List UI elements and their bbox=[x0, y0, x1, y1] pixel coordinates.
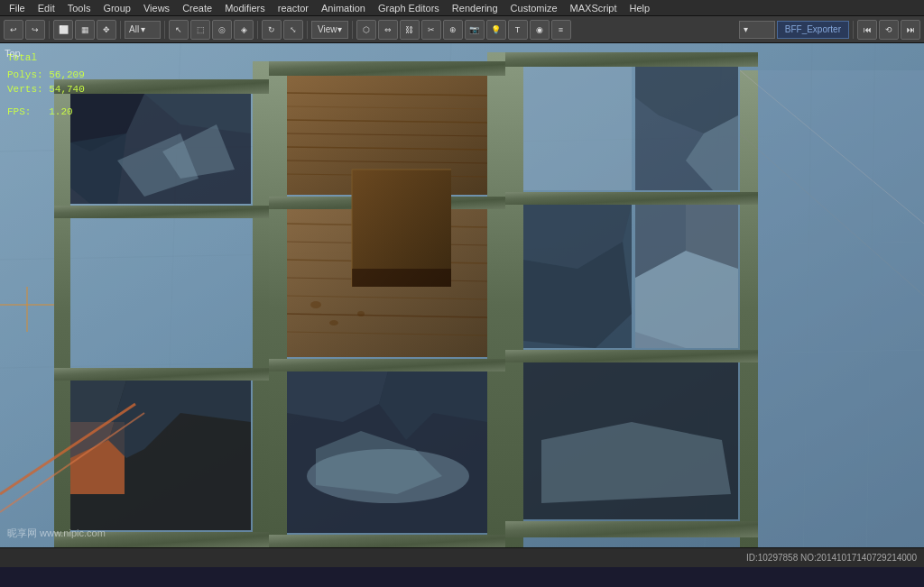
menu-bar: File Edit Tools Group Views Create Modif… bbox=[0, 0, 924, 16]
svg-rect-25 bbox=[487, 52, 505, 557]
menu-create[interactable]: Create bbox=[177, 2, 217, 14]
svg-rect-61 bbox=[505, 192, 758, 205]
status-bar-text: ID:10297858 NO:20141017140729214000 bbox=[746, 553, 917, 563]
svg-marker-17 bbox=[70, 133, 126, 204]
filter-dropdown[interactable]: All ▾ bbox=[125, 21, 161, 39]
circle-select-button[interactable]: ◎ bbox=[212, 20, 232, 40]
stats-fps: FPS: 1.20 bbox=[7, 105, 85, 120]
svg-rect-11 bbox=[54, 206, 269, 218]
toolbar-sep-7 bbox=[853, 21, 854, 39]
toolbar-sep-4 bbox=[257, 21, 258, 39]
menu-graph-editors[interactable]: Graph Editors bbox=[373, 2, 445, 14]
svg-rect-9 bbox=[253, 61, 269, 548]
svg-rect-12 bbox=[54, 368, 269, 381]
camera-button[interactable]: 📷 bbox=[465, 20, 485, 40]
view-dropdown[interactable]: View ▾ bbox=[311, 21, 348, 39]
svg-rect-28 bbox=[269, 359, 505, 371]
menu-modifiers[interactable]: Modifiers bbox=[219, 2, 271, 14]
fence-select-button[interactable]: ◈ bbox=[234, 20, 254, 40]
nav-prev-button[interactable]: ⏮ bbox=[857, 20, 877, 40]
toolbar-sep-6 bbox=[352, 21, 353, 39]
menu-group[interactable]: Group bbox=[97, 2, 136, 14]
svg-rect-58 bbox=[505, 52, 523, 557]
stats-verts: Verts: 54,740 bbox=[7, 82, 85, 97]
menu-edit[interactable]: Edit bbox=[32, 2, 60, 14]
viewport-area[interactable]: Top Total Polys: 56,209 Verts: 54,740 FP… bbox=[0, 43, 924, 567]
mirror-button[interactable]: ⇔ bbox=[378, 20, 398, 40]
nav-flip-button[interactable]: ⟲ bbox=[879, 20, 899, 40]
toolbar-sep-5 bbox=[307, 21, 308, 39]
select-region-button[interactable]: ▦ bbox=[75, 20, 95, 40]
menu-help[interactable]: Help bbox=[624, 2, 656, 14]
link-button[interactable]: ⛓ bbox=[400, 20, 420, 40]
nav-next-button[interactable]: ⏭ bbox=[901, 20, 920, 40]
move-button[interactable]: ✥ bbox=[97, 20, 116, 40]
svg-rect-10 bbox=[54, 79, 269, 94]
svg-rect-81 bbox=[758, 70, 924, 557]
right-dropdown[interactable]: ▾ bbox=[739, 21, 775, 39]
menu-maxscript[interactable]: MAXScript bbox=[565, 2, 623, 14]
svg-rect-8 bbox=[54, 79, 70, 548]
svg-rect-59 bbox=[740, 70, 758, 548]
select-button[interactable]: ⬜ bbox=[53, 20, 73, 40]
rotate-button[interactable]: ↻ bbox=[262, 20, 282, 40]
undo-button[interactable]: ↩ bbox=[4, 20, 23, 40]
bind-button[interactable]: ⊕ bbox=[443, 20, 463, 40]
snap-button[interactable]: ⬡ bbox=[356, 20, 376, 40]
menu-views[interactable]: Views bbox=[138, 2, 175, 14]
toolbar-sep-2 bbox=[120, 21, 121, 39]
toolbar: ↩ ↪ ⬜ ▦ ✥ All ▾ ↖ ⬚ ◎ ◈ ↻ ⤡ View ▾ ⬡ ⇔ ⛓… bbox=[0, 16, 924, 43]
toolbar-sep-3 bbox=[164, 21, 165, 39]
menu-reactor[interactable]: reactor bbox=[273, 2, 314, 14]
menu-rendering[interactable]: Rendering bbox=[447, 2, 504, 14]
svg-rect-64 bbox=[523, 67, 632, 190]
svg-rect-62 bbox=[505, 350, 758, 362]
scene-svg bbox=[0, 43, 924, 567]
menu-customize[interactable]: Customize bbox=[505, 2, 563, 14]
light-button[interactable]: 💡 bbox=[486, 20, 506, 40]
menu-animation[interactable]: Animation bbox=[316, 2, 371, 14]
stats-overlay: Total Polys: 56,209 Verts: 54,740 FPS: 1… bbox=[7, 50, 85, 119]
view-label: Top bbox=[5, 48, 21, 59]
watermark: 昵享网 www.nipic.com bbox=[7, 527, 106, 540]
menu-tools[interactable]: Tools bbox=[62, 2, 97, 14]
stats-polys: Polys: 56,209 bbox=[7, 68, 85, 83]
extra-btn-2[interactable]: ≡ bbox=[551, 20, 571, 40]
status-bar: ID:10297858 NO:20141017140729214000 bbox=[0, 547, 924, 567]
menu-file[interactable]: File bbox=[4, 2, 31, 14]
svg-rect-26 bbox=[269, 61, 505, 76]
extra-btn-1[interactable]: ◉ bbox=[530, 20, 550, 40]
svg-rect-63 bbox=[505, 521, 758, 537]
redo-button[interactable]: ↪ bbox=[25, 20, 45, 40]
watermark-site: 昵享网 www.nipic.com bbox=[7, 527, 106, 540]
exporter-label: BFF_Exporter bbox=[777, 21, 849, 39]
svg-rect-60 bbox=[505, 52, 758, 67]
text-button[interactable]: T bbox=[508, 20, 528, 40]
svg-rect-24 bbox=[269, 61, 287, 557]
select-arrow-button[interactable]: ↖ bbox=[169, 20, 189, 40]
svg-rect-52 bbox=[352, 269, 451, 287]
rect-select-button[interactable]: ⬚ bbox=[190, 20, 210, 40]
scale-button[interactable]: ⤡ bbox=[283, 20, 303, 40]
unlink-button[interactable]: ✂ bbox=[421, 20, 441, 40]
toolbar-sep-1 bbox=[49, 21, 50, 39]
